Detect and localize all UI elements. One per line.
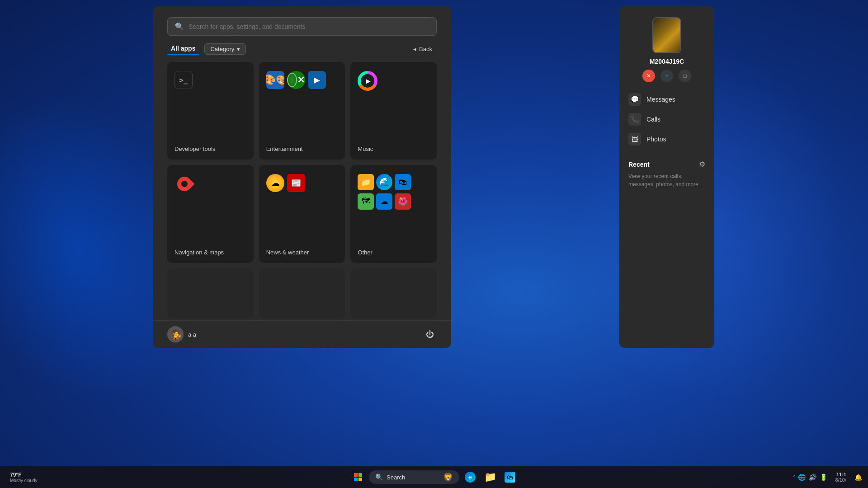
svg-rect-2 (354, 478, 358, 481)
power-button[interactable]: ⏻ (423, 327, 437, 342)
tray-icon-group: ^ 🌐 🔊 🔋 (793, 473, 828, 482)
search-bar[interactable]: 🔍 (167, 17, 437, 36)
calls-icon: 📞 (628, 113, 641, 126)
category-card-navigation-maps[interactable]: Navigation & maps (167, 165, 254, 263)
clock-date: 8/10/ (835, 477, 846, 483)
taskbar-center: 🔍 Search 🦁 e 📁 🛍 (349, 468, 519, 486)
start-menu: 🔍 All apps Category ▾ ◂ Back >_ Develope… (153, 6, 451, 348)
card-icons: 🎨 ✕ ▶ (266, 71, 326, 107)
edge-taskbar-icon[interactable]: e (461, 468, 479, 486)
user-name: a a (188, 331, 196, 338)
phone-disconnect-icon[interactable]: ✕ (642, 70, 655, 82)
maps2-icon: 🗺 (358, 193, 374, 210)
phone-image (652, 17, 681, 53)
photos-icon: 🌺 (395, 193, 411, 210)
weather-widget[interactable]: 79°F Mostly cloudy (5, 470, 42, 485)
phone-preview: M2004J19C ✕ ✦ □ (628, 17, 705, 82)
tray-chevron-icon[interactable]: ^ (793, 475, 796, 480)
phone-menu: 💬 Messages 📞 Calls 🖼 Photos (628, 89, 705, 149)
category-card-other[interactable]: 📁 🌊 🛍 🗺 ☁ 🌺 Other (350, 165, 437, 263)
user-avatar[interactable]: 🧑‍🎤 (167, 326, 184, 343)
user-bar: 🧑‍🎤 a a ⏻ (153, 320, 451, 348)
xbox-icon: ✕ (287, 71, 305, 89)
svg-rect-3 (359, 478, 362, 481)
phone-menu-messages[interactable]: 💬 Messages (628, 89, 705, 109)
file-explorer-icon[interactable]: 📁 (481, 468, 499, 486)
category-card-empty-2[interactable] (259, 268, 345, 319)
category-card-music[interactable]: ▶ Music (350, 62, 437, 160)
store-logo-icon: 🛍 (505, 472, 515, 483)
card-icons: 📁 🌊 🛍 🗺 ☁ 🌺 (358, 174, 421, 210)
category-button[interactable]: Category ▾ (204, 43, 246, 55)
taskbar-tray: ^ 🌐 🔊 🔋 11:1 8/10/ 🔔 (793, 472, 863, 483)
all-apps-button[interactable]: All apps (167, 43, 199, 55)
back-arrow-icon: ◂ (413, 46, 416, 52)
category-label-entertainment: Entertainment (266, 145, 303, 152)
category-card-empty-1[interactable] (167, 268, 254, 319)
phone-screen-icon[interactable]: □ (679, 70, 691, 82)
phone-action-icons: ✕ ✦ □ (642, 70, 691, 82)
recent-section: Recent ⚙ View your recent calls, message… (628, 160, 705, 188)
taskbar: 79°F Mostly cloudy 🔍 Search 🦁 e 📁 (0, 466, 868, 488)
news-icon: 📰 (287, 174, 305, 192)
taskbar-search-lion-icon: 🦁 (443, 472, 453, 482)
music-ring-icon: ▶ (358, 71, 377, 91)
recent-header: Recent ⚙ (628, 160, 705, 169)
notification-icon[interactable]: 🔔 (854, 473, 863, 482)
phone-link-panel: M2004J19C ✕ ✦ □ 💬 Messages 📞 Calls 🖼 Pho… (619, 6, 714, 348)
messages-icon: 💬 (628, 93, 641, 106)
weather-description: Mostly cloudy (10, 478, 38, 483)
phone-menu-photos[interactable]: 🖼 Photos (628, 129, 705, 149)
windows-logo-icon (354, 473, 362, 481)
paint-icon: 🎨 (266, 71, 284, 89)
photos-panel-icon: 🖼 (628, 133, 641, 145)
svg-rect-1 (359, 473, 362, 477)
microsoft-store-icon[interactable]: 🛍 (501, 468, 519, 486)
recent-title: Recent (628, 161, 650, 168)
recent-settings-icon[interactable]: ⚙ (699, 160, 705, 169)
network-icon[interactable]: 🌐 (797, 473, 807, 482)
app-category-grid: >_ Developer tools 🎨 ✕ ▶ Entertainment (153, 62, 451, 319)
category-label: Category (210, 46, 234, 52)
start-button[interactable] (349, 468, 367, 486)
category-label-other: Other (358, 249, 373, 256)
weather-temp: 79°F (10, 472, 38, 478)
taskbar-search-icon: 🔍 (375, 474, 383, 481)
category-label-developer-tools: Developer tools (175, 145, 215, 152)
card-icons: ▶ (358, 71, 377, 107)
category-label-navigation-maps: Navigation & maps (175, 249, 224, 256)
search-input[interactable] (189, 23, 429, 30)
svg-rect-0 (354, 473, 358, 477)
taskbar-left: 79°F Mostly cloudy (5, 470, 42, 485)
power-icon: ⏻ (426, 330, 434, 339)
category-card-entertainment[interactable]: 🎨 ✕ ▶ Entertainment (259, 62, 345, 160)
battery-icon[interactable]: 🔋 (819, 473, 828, 482)
category-label-music: Music (358, 145, 373, 152)
card-icons: >_ (175, 71, 193, 107)
clock-time: 11:1 (836, 472, 846, 477)
taskbar-search-bar[interactable]: 🔍 Search 🦁 (369, 470, 459, 484)
sound-icon[interactable]: 🔊 (808, 473, 817, 482)
store-icon: 🛍 (395, 174, 411, 190)
maps-pin-icon (175, 174, 194, 197)
onedrive-icon: ☁ (376, 193, 392, 210)
category-card-news-weather[interactable]: ☁ 📰 News & weather (259, 165, 345, 263)
movies-icon: ▶ (308, 71, 326, 89)
phone-device-name: M2004J19C (650, 58, 684, 65)
search-icon: 🔍 (175, 22, 184, 31)
card-icons (175, 174, 194, 210)
taskbar-search-label: Search (387, 474, 405, 481)
datetime-display[interactable]: 11:1 8/10/ (832, 472, 850, 483)
phone-bluetooth-icon[interactable]: ✦ (660, 70, 673, 82)
folder-icon: 📁 (358, 174, 374, 190)
recent-description: View your recent calls, messages, photos… (628, 172, 705, 188)
category-label-news-weather: News & weather (266, 249, 309, 256)
category-card-empty-3[interactable] (350, 268, 437, 319)
back-button[interactable]: ◂ Back (409, 44, 437, 54)
weather-icon: ☁ (266, 174, 284, 192)
edge-icon: 🌊 (376, 174, 392, 190)
chevron-down-icon: ▾ (237, 46, 240, 52)
category-card-developer-tools[interactable]: >_ Developer tools (167, 62, 254, 160)
terminal-icon: >_ (175, 71, 193, 89)
phone-menu-calls[interactable]: 📞 Calls (628, 109, 705, 129)
